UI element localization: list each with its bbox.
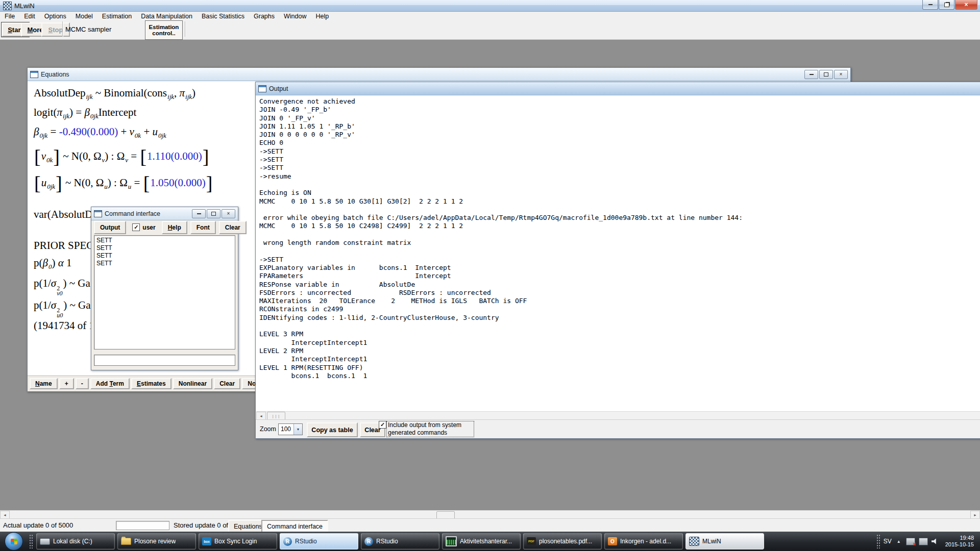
start-button[interactable] <box>5 532 23 550</box>
display-icon[interactable] <box>919 538 928 545</box>
output-titlebar[interactable]: Output <box>256 82 980 95</box>
estimation-control-button[interactable]: Estimation control.. <box>145 20 183 40</box>
maximize-button[interactable] <box>819 70 833 79</box>
output-button[interactable]: Output <box>94 221 126 234</box>
equation-token: = <box>131 177 142 189</box>
equation-token: ~ Binomial(cons <box>93 87 167 99</box>
equation-token: ~ N(0, Ω <box>63 177 104 189</box>
equation-token: ~ N(0, Ω <box>60 150 102 162</box>
user-checkbox-label: user <box>142 224 155 231</box>
language-indicator[interactable]: SV <box>884 538 892 545</box>
system-tray: SV ▲ 19:48 2015-10-15 <box>876 532 980 551</box>
help-button[interactable]: Help <box>162 221 187 234</box>
taskbar-button-label: RStudio <box>295 538 317 545</box>
restore-button[interactable] <box>939 0 954 10</box>
equations-toolbar-button[interactable]: Estimates <box>131 378 172 389</box>
rstudio-icon: R <box>283 537 292 546</box>
taskbar-button-label: RStudio <box>376 538 398 545</box>
tray-expand-icon[interactable]: ▲ <box>897 539 901 544</box>
equations-titlebar[interactable]: Equations × <box>28 68 850 81</box>
output-text[interactable]: Convergence not achieved JOIN -0.49 '_FP… <box>256 95 980 412</box>
user-checkbox[interactable]: ✓ <box>132 223 140 231</box>
include-output-checkbox[interactable]: ✓ <box>379 421 386 429</box>
command-list-item[interactable]: SETT <box>96 244 233 252</box>
outlook-icon: O <box>608 537 617 545</box>
menu-item[interactable]: File <box>0 12 19 20</box>
copy-as-table-button[interactable]: Copy as table <box>307 422 358 437</box>
subscript: ijk <box>63 112 69 120</box>
equations-toolbar-button[interactable]: Nonlinear <box>173 378 212 389</box>
menu-item[interactable]: Data Manipulation <box>136 12 197 20</box>
close-button[interactable]: × <box>834 70 848 79</box>
command-input[interactable] <box>94 355 235 366</box>
window-tab-command-interface[interactable]: Command interface <box>261 520 328 533</box>
speaker-icon[interactable] <box>932 538 938 544</box>
network-icon[interactable] <box>906 538 915 545</box>
command-list-item[interactable]: SETT <box>96 260 233 267</box>
close-button[interactable]: × <box>222 209 235 218</box>
taskbar-button-mlwin[interactable]: MLwiN <box>685 533 764 549</box>
taskbar-button-outlook[interactable]: OInkorgen - adel.d... <box>604 533 683 549</box>
minimize-button[interactable] <box>192 209 206 218</box>
maximize-button[interactable] <box>207 209 220 218</box>
menu-item[interactable]: Options <box>40 12 71 20</box>
equation-token: π <box>57 106 63 118</box>
minimize-button[interactable] <box>922 0 938 10</box>
equation-token: β <box>34 126 39 138</box>
command-interface-titlebar[interactable]: Command interface × <box>91 207 238 220</box>
user-checkbox-cell[interactable]: ✓ user <box>129 222 158 233</box>
workspace-horizontal-scrollbar[interactable]: ◄ ► <box>0 510 980 519</box>
equations-toolbar-button[interactable]: Add Term <box>90 378 130 389</box>
restore-icon <box>944 3 949 7</box>
equation-token: ] <box>53 146 60 167</box>
command-list-item[interactable]: SETT <box>96 252 233 260</box>
taskbar-button-rstudio-1[interactable]: RRStudio <box>280 533 358 549</box>
taskbar-button-plosone-review[interactable]: Plosone review <box>117 533 196 549</box>
taskbar-button-box-sync[interactable]: boxBox Sync Login <box>199 533 277 549</box>
equation-token: PRIOR SPEC <box>34 239 93 252</box>
chevron-down-icon[interactable]: ▼ <box>293 424 302 435</box>
output-horizontal-scrollbar[interactable]: ◄ | | | <box>256 411 980 420</box>
zoom-select[interactable]: 100 ▼ <box>278 423 303 435</box>
menu-item[interactable]: Basic Statistics <box>197 12 249 20</box>
equation-token: ) <box>52 257 58 269</box>
window-title: MLwiN <box>14 2 35 10</box>
menu-item[interactable]: Graphs <box>249 12 279 20</box>
menu-item[interactable]: Model <box>71 12 97 20</box>
equation-token: u <box>41 177 47 189</box>
equation-token: ) ~ Ga <box>63 277 90 289</box>
taskbar-button-pdf[interactable]: PDFplosonetables.pdf... <box>523 533 602 549</box>
minimize-button[interactable] <box>804 70 818 79</box>
taskbar-grip <box>29 534 33 548</box>
subscript: 0jk <box>158 132 166 139</box>
taskbar-button-task-manager[interactable]: Aktivitetshanterar... <box>442 533 521 549</box>
menu-item[interactable]: Help <box>311 12 334 20</box>
menu-item[interactable]: Estimation <box>97 12 136 20</box>
font-button[interactable]: Font <box>190 221 216 234</box>
equation-token: [ <box>34 172 41 194</box>
equation-token: var(AbsolutD <box>34 208 92 220</box>
menu-item[interactable]: Window <box>279 12 311 20</box>
close-button[interactable]: × <box>955 0 977 10</box>
mdi-window-icon <box>94 210 102 217</box>
mlwin-app-icon <box>3 2 12 10</box>
update-progress-bar <box>116 521 169 530</box>
equation-token: ] <box>202 146 210 167</box>
menu-item[interactable]: Edit <box>19 12 40 20</box>
supsub: 2u0 <box>57 308 63 318</box>
equation-token: ) <box>192 87 195 99</box>
command-list-item[interactable]: SETT <box>96 237 233 244</box>
equations-toolbar-button[interactable]: + <box>59 378 74 389</box>
maximize-icon <box>824 72 828 77</box>
taskbar-button-lokal-disk[interactable]: Lokal disk (C:) <box>36 533 115 549</box>
clock[interactable]: 19:48 2015-10-15 <box>945 535 974 548</box>
equations-toolbar-button[interactable]: Name <box>30 378 58 389</box>
clear-button[interactable]: Clear <box>219 221 247 234</box>
equation-token: 1.110(0.000) <box>147 150 202 162</box>
equations-toolbar-button[interactable]: Clear <box>214 378 240 389</box>
equations-toolbar-button[interactable]: - <box>76 378 89 389</box>
window-titlebar: MLwiN × <box>0 0 980 12</box>
command-history-list[interactable]: SETTSETTSETTSETT <box>94 235 235 349</box>
taskbar-button-rstudio-2[interactable]: RRStudio <box>361 533 439 549</box>
command-toolbar: Output ✓ user Help Font Clear <box>91 220 238 234</box>
